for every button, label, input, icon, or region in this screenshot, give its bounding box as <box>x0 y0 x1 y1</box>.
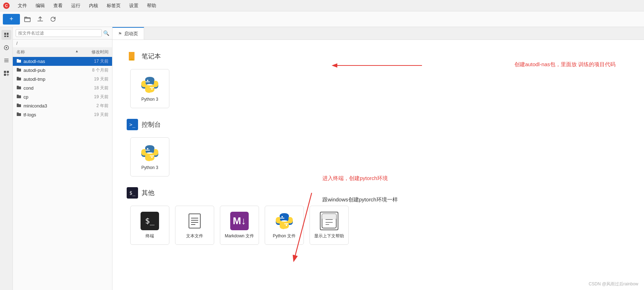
file-item-time: 19 天前 <box>94 94 109 100</box>
sort-arrow-icon: ▲ <box>75 49 79 55</box>
markdown-card[interactable]: M↓ Markdown 文件 <box>220 206 259 245</box>
main-layout: 🔍 / 名称 ▲ 修改时间 autodl-nas17 天前autodl-pub8… <box>0 27 644 290</box>
column-header-name: 名称 <box>16 49 75 55</box>
svg-point-26 <box>147 148 148 149</box>
tabs-bar: ⚑ 启动页 <box>112 27 644 40</box>
upload-button[interactable] <box>35 14 46 25</box>
folder-icon <box>16 67 21 73</box>
pyfile-card[interactable]: Python 文件 <box>265 206 304 245</box>
svg-rect-19 <box>17 95 21 98</box>
app-logo: C <box>3 2 10 9</box>
notebook-cards: Python 3 <box>127 69 630 108</box>
file-item-name: tf-logs <box>23 112 92 117</box>
notebook-section-title: 笔记本 <box>142 52 161 60</box>
svg-rect-4 <box>7 33 9 35</box>
other-section-icon: $_ <box>127 187 138 199</box>
svg-point-27 <box>151 157 153 158</box>
svg-rect-20 <box>17 104 21 107</box>
svg-rect-18 <box>17 86 21 89</box>
notebook-python3-card[interactable]: Python 3 <box>130 69 169 108</box>
start-page: 笔记本 Python 3 >_ 控制台 <box>112 40 644 290</box>
tab-start-page[interactable]: ⚑ 启动页 <box>112 27 144 39</box>
file-item[interactable]: autodl-nas17 天前 <box>13 57 112 66</box>
svg-rect-15 <box>17 60 21 63</box>
file-item-time: 2 年前 <box>96 103 109 109</box>
help-label: 显示上下文帮助 <box>314 233 344 239</box>
textfile-icon <box>185 212 204 230</box>
file-item-time: 17 天前 <box>94 58 109 64</box>
terminal-icon: $_ <box>141 212 159 230</box>
sidebar-icon-files[interactable] <box>1 30 11 40</box>
file-item[interactable]: autodl-tmp19 天前 <box>13 75 112 84</box>
terminal-label: 终端 <box>146 233 154 239</box>
console-python3-card[interactable]: Python 3 <box>130 137 169 176</box>
file-item[interactable]: miniconda32 年前 <box>13 101 112 110</box>
other-section-title: 其他 <box>142 189 154 197</box>
console-section-title: 控制台 <box>142 120 161 129</box>
svg-rect-6 <box>7 36 9 37</box>
section-notebook-header: 笔记本 <box>127 51 630 62</box>
file-search-bar: 🔍 <box>13 27 112 39</box>
search-icon: 🔍 <box>103 30 109 36</box>
folder-icon <box>16 103 21 109</box>
file-path: / <box>13 39 112 48</box>
menu-run[interactable]: 运行 <box>68 2 84 10</box>
credit-text: CSDN @风雨过后rainbow <box>588 281 638 287</box>
menu-settings[interactable]: 设置 <box>126 2 142 10</box>
sidebar-icons <box>0 27 13 290</box>
svg-rect-9 <box>4 59 9 59</box>
file-item-name: cond <box>23 85 92 91</box>
help-icon <box>320 212 338 230</box>
textfile-card[interactable]: 文本文件 <box>175 206 214 245</box>
folder-icon <box>16 76 21 82</box>
console-section-icon: >_ <box>127 119 138 130</box>
svg-rect-5 <box>4 36 6 37</box>
menu-kernel[interactable]: 内核 <box>85 2 102 10</box>
console-cards: Python 3 <box>127 137 630 176</box>
file-item[interactable]: tf-logs19 天前 <box>13 110 112 119</box>
sidebar-icon-running[interactable] <box>1 43 11 53</box>
file-item-name: autodl-nas <box>23 59 92 64</box>
file-item-time: 19 天前 <box>94 76 109 82</box>
file-item-name: autodl-tmp <box>23 77 92 82</box>
svg-rect-3 <box>4 33 6 35</box>
file-item[interactable]: cp19 天前 <box>13 93 112 101</box>
menubar: C 文件 编辑 查看 运行 内核 标签页 设置 帮助 <box>0 0 644 11</box>
open-folder-button[interactable] <box>22 14 33 25</box>
annotation-3: 跟windows创建pytorch环境一样 <box>322 196 398 203</box>
toolbar: + <box>0 11 644 27</box>
svg-point-25 <box>151 88 153 90</box>
sidebar-icon-menu[interactable] <box>1 56 11 65</box>
svg-rect-11 <box>4 62 9 62</box>
menu-help[interactable]: 帮助 <box>143 2 160 10</box>
menu-view[interactable]: 查看 <box>50 2 66 10</box>
menu-edit[interactable]: 编辑 <box>32 2 48 10</box>
file-panel: 🔍 / 名称 ▲ 修改时间 autodl-nas17 天前autodl-pub8… <box>13 27 112 290</box>
menu-tabs[interactable]: 标签页 <box>103 2 124 10</box>
folder-icon <box>16 58 21 64</box>
file-item[interactable]: cond18 天前 <box>13 84 112 93</box>
terminal-card[interactable]: $_ 终端 <box>130 206 169 245</box>
svg-rect-17 <box>17 78 21 80</box>
file-item[interactable]: autodl-pub8 个月前 <box>13 66 112 75</box>
svg-rect-14 <box>4 74 6 76</box>
folder-icon <box>16 112 21 118</box>
markdown-label: Markdown 文件 <box>225 233 254 239</box>
notebook-section-icon <box>127 51 138 62</box>
svg-rect-16 <box>17 69 21 72</box>
help-card[interactable]: 显示上下文帮助 <box>310 206 349 245</box>
new-button[interactable]: + <box>3 14 20 25</box>
file-list: autodl-nas17 天前autodl-pub8 个月前autodl-tmp… <box>13 57 112 290</box>
search-input[interactable] <box>16 29 102 37</box>
markdown-icon: M↓ <box>230 212 249 230</box>
svg-point-24 <box>147 80 148 81</box>
svg-point-34 <box>286 225 287 226</box>
menu-file[interactable]: 文件 <box>14 2 31 10</box>
notebook-python3-label: Python 3 <box>141 97 158 102</box>
svg-text:C: C <box>5 4 8 8</box>
annotation-1: 创建autodl-nas包，里面放 训练的项目代码 <box>514 61 616 68</box>
sidebar-icon-extensions[interactable] <box>1 68 11 78</box>
refresh-button[interactable] <box>48 14 58 25</box>
console-python3-label: Python 3 <box>141 165 158 170</box>
svg-rect-36 <box>322 214 336 220</box>
